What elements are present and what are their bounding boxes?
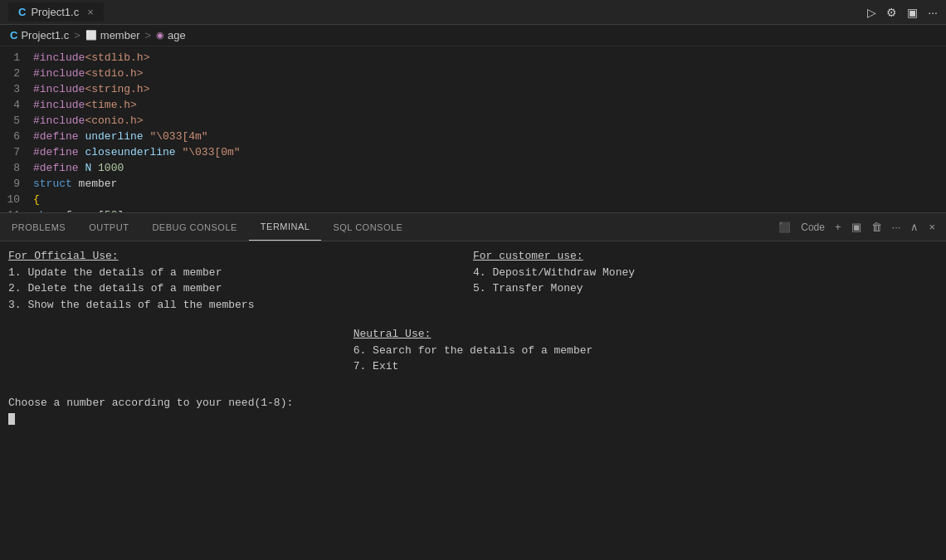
panel-up-icon[interactable]: ∧ xyxy=(906,219,923,235)
code-editor[interactable]: 1#include<stdlib.h>2#include<stdio.h>3#i… xyxy=(0,46,946,212)
panel: PROBLEMS OUTPUT DEBUG CONSOLE TERMINAL S… xyxy=(0,212,946,560)
terminal-menu-row: For Official Use: 1. Update the details … xyxy=(8,248,938,313)
customer-use-heading: For customer use: xyxy=(473,250,583,262)
official-use-heading: For Official Use: xyxy=(8,250,119,262)
customer-item-5: 5. Transfer Money xyxy=(473,280,938,297)
neutral-inner: Neutral Use: 6. Search for the details o… xyxy=(354,326,593,375)
breadcrumb-c-icon: C xyxy=(10,29,17,41)
panel-close-icon[interactable]: × xyxy=(924,219,939,235)
breadcrumb-age-icon: ◉ xyxy=(156,30,164,41)
code-line: 4#include<time.h> xyxy=(0,97,946,113)
titlebar: C Project1.c × ▷ ⚙ ▣ ··· xyxy=(0,0,946,25)
line-number: 6 xyxy=(0,129,33,144)
code-line: 2#include<stdio.h> xyxy=(0,66,946,81)
terminal-prompt-text: Choose a number according to your need(1… xyxy=(8,397,293,409)
tab-sql-console[interactable]: SQL CONSOLE xyxy=(321,213,414,241)
panel-tab-right-actions: ⬛ Code + ▣ 🗑 ··· ∧ × xyxy=(768,213,946,241)
code-content: #include<stdio.h> xyxy=(33,66,144,81)
run-icon[interactable]: ▷ xyxy=(867,6,876,19)
official-item-3: 3. Show the details of all the members xyxy=(8,297,473,314)
line-number: 2 xyxy=(0,66,33,81)
neutral-use-label: Neutral Use: xyxy=(354,326,593,343)
c-file-icon: C xyxy=(18,6,26,18)
code-line: 1#include<stdlib.h> xyxy=(0,50,946,66)
code-content: { xyxy=(33,192,40,207)
line-number: 4 xyxy=(0,97,33,113)
official-item-2: 2. Delete the details of a member xyxy=(8,280,473,297)
breadcrumb-member[interactable]: member xyxy=(100,29,140,41)
panel-trash-icon[interactable]: 🗑 xyxy=(867,219,886,235)
line-number: 3 xyxy=(0,81,33,97)
terminal-neutral-section: Neutral Use: 6. Search for the details o… xyxy=(8,326,938,375)
customer-item-4: 4. Deposit/Withdraw Money xyxy=(473,265,938,281)
code-line: 3#include<string.h> xyxy=(0,81,946,97)
neutral-use-heading: Neutral Use: xyxy=(354,328,432,340)
panel-more-icon[interactable]: ··· xyxy=(888,219,905,235)
breadcrumb-sep2: > xyxy=(144,29,151,41)
code-line: 6#define underline "\033[4m" xyxy=(0,129,946,144)
code-content: #define N 1000 xyxy=(33,160,124,176)
panel-layout-icon[interactable]: ▣ xyxy=(847,219,866,235)
panel-tabs: PROBLEMS OUTPUT DEBUG CONSOLE TERMINAL S… xyxy=(0,212,946,241)
tab-terminal[interactable]: TERMINAL xyxy=(249,213,322,241)
terminal-official-section: For Official Use: 1. Update the details … xyxy=(8,248,473,313)
tab-output[interactable]: OUTPUT xyxy=(77,213,140,241)
code-line: 8#define N 1000 xyxy=(0,160,946,176)
titlebar-actions: ▷ ⚙ ▣ ··· xyxy=(867,6,938,19)
code-content: #define closeunderline "\033[0m" xyxy=(33,144,241,160)
layout-icon[interactable]: ▣ xyxy=(907,6,918,19)
terminal-prompt-area: Choose a number according to your need(1… xyxy=(8,395,938,427)
code-line: 9struct member xyxy=(0,176,946,192)
line-number: 7 xyxy=(0,144,33,160)
terminal-cursor xyxy=(8,413,15,425)
code-line: 7#define closeunderline "\033[0m" xyxy=(0,144,946,160)
code-content: #include<conio.h> xyxy=(33,113,144,129)
tab-filename: Project1.c xyxy=(31,6,79,18)
official-use-label: For Official Use: xyxy=(8,248,473,265)
line-number: 9 xyxy=(0,176,33,192)
tab-debug-console[interactable]: DEBUG CONSOLE xyxy=(140,213,248,241)
official-item-1: 1. Update the details of a member xyxy=(8,265,473,281)
line-number: 1 xyxy=(0,50,33,66)
terminal-customer-section: For customer use: 4. Deposit/Withdraw Mo… xyxy=(473,248,938,313)
code-content: #include<time.h> xyxy=(33,97,137,113)
breadcrumb-sep1: > xyxy=(74,29,80,41)
panel-code-label: ⬛ xyxy=(774,220,795,235)
breadcrumb: C Project1.c > ⬜ member > ◉ age xyxy=(0,25,946,46)
panel-new-terminal-icon[interactable]: + xyxy=(831,219,846,235)
code-content: #include<string.h> xyxy=(33,81,149,97)
code-content: #define underline "\033[4m" xyxy=(33,129,208,144)
neutral-item-7: 7. Exit xyxy=(354,358,593,375)
line-number: 8 xyxy=(0,160,33,176)
breadcrumb-file[interactable]: Project1.c xyxy=(21,29,69,41)
breadcrumb-struct-icon: ⬜ xyxy=(85,30,97,41)
code-content: struct member xyxy=(33,176,117,192)
line-number: 10 xyxy=(0,192,33,207)
code-content: #include<stdlib.h> xyxy=(33,50,149,66)
code-line: 10{ xyxy=(0,192,946,207)
customer-use-label: For customer use: xyxy=(473,248,938,265)
tab-close-button[interactable]: × xyxy=(87,6,94,18)
tab-problems[interactable]: PROBLEMS xyxy=(0,213,77,241)
line-number: 5 xyxy=(0,113,33,129)
settings-icon[interactable]: ⚙ xyxy=(886,6,897,19)
code-line: 5#include<conio.h> xyxy=(0,113,946,129)
breadcrumb-age[interactable]: age xyxy=(168,29,186,41)
editor-tab[interactable]: C Project1.c × xyxy=(8,2,104,22)
more-actions-icon[interactable]: ··· xyxy=(928,6,938,19)
terminal-panel[interactable]: For Official Use: 1. Update the details … xyxy=(0,241,946,560)
panel-code-text: Code xyxy=(797,220,829,235)
neutral-item-6: 6. Search for the details of a member xyxy=(354,343,593,359)
